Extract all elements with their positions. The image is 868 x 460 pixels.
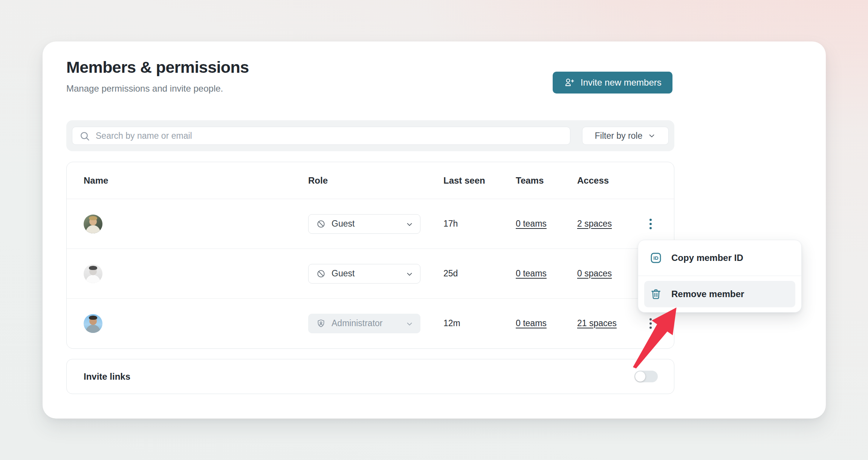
prohibit-icon — [316, 269, 326, 279]
teams-link[interactable]: 0 teams — [516, 268, 547, 278]
page-background: { "page": { "title": "Members & permissi… — [0, 0, 868, 460]
prohibit-icon — [316, 219, 326, 229]
menu-item-label: Copy member ID — [671, 253, 743, 263]
teams-link[interactable]: 0 teams — [516, 219, 547, 228]
access-spaces-link[interactable]: 21 spaces — [577, 318, 617, 328]
invite-new-members-button[interactable]: Invite new members — [553, 72, 672, 94]
column-header-role: Role — [308, 175, 443, 186]
person-plus-icon — [564, 77, 575, 88]
avatar — [84, 215, 102, 233]
access-spaces-link[interactable]: 2 spaces — [577, 219, 612, 228]
column-header-access: Access — [577, 175, 643, 186]
member-name-cell — [67, 215, 308, 233]
search-input[interactable] — [72, 127, 570, 144]
table-row: Guest 25d 0 teams 0 spaces — [67, 248, 674, 298]
chevron-down-icon — [405, 220, 414, 231]
menu-item-wrap: Remove member — [638, 276, 801, 312]
access-spaces-link[interactable]: 0 spaces — [577, 268, 612, 278]
copy-member-id-menu-item[interactable]: ID Copy member ID — [638, 240, 801, 276]
kebab-menu-icon[interactable] — [643, 214, 658, 234]
role-dropdown-disabled: Administrator — [308, 314, 420, 333]
trash-icon — [649, 288, 662, 301]
search-box — [72, 127, 570, 145]
table-row: Administrator 12m 0 teams 21 spaces — [67, 298, 674, 348]
member-name-cell — [67, 264, 308, 283]
remove-member-menu-item[interactable]: Remove member — [644, 281, 795, 307]
invite-links-label: Invite links — [84, 371, 130, 382]
admin-shield-icon — [316, 319, 326, 328]
table-header-row: Name Role Last seen Teams Access — [67, 162, 674, 199]
role-dropdown[interactable]: Guest — [308, 214, 420, 234]
role-dropdown-label: Administrator — [332, 318, 382, 328]
toggle-knob — [635, 371, 645, 382]
table-row: Guest 17h 0 teams 2 spaces — [67, 199, 674, 248]
page-subtitle: Manage permissions and invite people. — [66, 83, 249, 94]
filter-by-role-button[interactable]: Filter by role — [582, 127, 669, 145]
id-badge-icon: ID — [649, 251, 662, 264]
last-seen-value: 25d — [443, 268, 516, 279]
member-context-menu: ID Copy member ID Remove member — [638, 240, 802, 313]
member-name-cell — [67, 314, 308, 333]
chevron-down-icon — [648, 132, 656, 140]
teams-link[interactable]: 0 teams — [516, 318, 547, 328]
column-header-name: Name — [67, 175, 308, 186]
kebab-menu-icon[interactable] — [643, 314, 658, 333]
role-dropdown-label: Guest — [332, 268, 355, 279]
invite-links-panel: Invite links — [66, 359, 674, 394]
page-header: Members & permissions Manage permissions… — [66, 58, 249, 94]
role-dropdown[interactable]: Guest — [308, 264, 420, 284]
menu-item-label: Remove member — [671, 289, 744, 299]
chevron-down-icon — [405, 320, 414, 330]
search-filter-bar: Filter by role — [66, 120, 674, 151]
page-title: Members & permissions — [66, 58, 249, 77]
last-seen-value: 12m — [443, 318, 516, 328]
svg-text:ID: ID — [653, 255, 659, 261]
column-header-last-seen: Last seen — [443, 175, 516, 186]
search-icon — [79, 130, 90, 143]
last-seen-value: 17h — [443, 219, 516, 229]
column-header-teams: Teams — [516, 175, 577, 186]
invite-links-toggle[interactable] — [634, 371, 658, 382]
filter-by-role-label: Filter by role — [595, 131, 643, 141]
avatar — [84, 314, 102, 333]
invite-button-label: Invite new members — [581, 77, 662, 88]
role-dropdown-label: Guest — [332, 219, 355, 229]
chevron-down-icon — [405, 270, 414, 281]
members-table: Name Role Last seen Teams Access Guest — [66, 162, 674, 349]
members-permissions-card: Members & permissions Manage permissions… — [43, 41, 826, 419]
avatar — [84, 264, 102, 283]
